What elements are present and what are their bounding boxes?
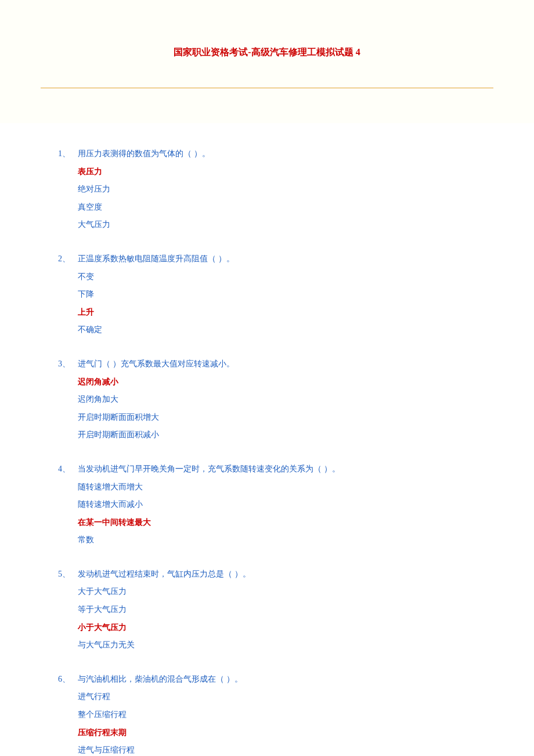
questions-container: 1、用压力表测得的数值为气体的（ ）。表压力绝对压力真空度大气压力2、正温度系数… bbox=[58, 146, 476, 756]
option: 开启时期断面面积增大 bbox=[78, 410, 476, 426]
question-block: 3、进气门（ ）充气系数最大值对应转速减小。迟闭角减小迟闭角加大开启时期断面面积… bbox=[58, 357, 476, 443]
options-list: 大于大气压力等于大气压力小于大气压力与大气压力无关 bbox=[58, 584, 476, 653]
question-block: 2、正温度系数热敏电阻随温度升高阻值（ ）。不变下降上升不确定 bbox=[58, 251, 476, 338]
option: 迟闭角加大 bbox=[78, 392, 476, 408]
question-text: 正温度系数热敏电阻随温度升高阻值（ ）。 bbox=[78, 251, 234, 267]
question-text: 进气门（ ）充气系数最大值对应转速减小。 bbox=[78, 357, 234, 372]
options-list: 表压力绝对压力真空度大气压力 bbox=[58, 164, 476, 233]
question-number: 6、 bbox=[58, 672, 78, 687]
options-list: 迟闭角减小迟闭角加大开启时期断面面积增大开启时期断面面积减小 bbox=[58, 375, 476, 443]
question-number: 4、 bbox=[58, 462, 78, 477]
option: 常数 bbox=[78, 532, 476, 548]
option-correct: 压缩行程末期 bbox=[78, 725, 476, 741]
option: 开启时期断面面积减小 bbox=[78, 427, 476, 443]
option-correct: 迟闭角减小 bbox=[78, 375, 476, 390]
option: 大于大气压力 bbox=[78, 584, 476, 600]
option: 进气行程 bbox=[78, 689, 476, 705]
option: 整个压缩行程 bbox=[78, 707, 476, 723]
options-list: 不变下降上升不确定 bbox=[58, 269, 476, 338]
question-number: 2、 bbox=[58, 251, 78, 267]
option: 大气压力 bbox=[78, 217, 476, 233]
option: 绝对压力 bbox=[78, 182, 476, 197]
option: 不确定 bbox=[78, 322, 476, 338]
option: 下降 bbox=[78, 287, 476, 303]
question-block: 5、发动机进气过程结束时，气缸内压力总是（ ）。大于大气压力等于大气压力小于大气… bbox=[58, 567, 476, 653]
question-text: 与汽油机相比，柴油机的混合气形成在（ ）。 bbox=[78, 672, 243, 687]
question-row: 6、与汽油机相比，柴油机的混合气形成在（ ）。 bbox=[58, 672, 476, 687]
option: 随转速增大而减小 bbox=[78, 497, 476, 513]
question-block: 6、与汽油机相比，柴油机的混合气形成在（ ）。进气行程整个压缩行程压缩行程末期进… bbox=[58, 672, 476, 756]
question-text: 用压力表测得的数值为气体的（ ）。 bbox=[78, 146, 210, 162]
option-correct: 在某一中间转速最大 bbox=[78, 515, 476, 531]
option: 与大气压力无关 bbox=[78, 638, 476, 653]
header-section: 国家职业资格考试-高级汽车修理工模拟试题 4 bbox=[0, 0, 534, 123]
option-correct: 小于大气压力 bbox=[78, 620, 476, 636]
option: 进气与压缩行程 bbox=[78, 743, 476, 756]
question-row: 3、进气门（ ）充气系数最大值对应转速减小。 bbox=[58, 357, 476, 372]
option-correct: 上升 bbox=[78, 305, 476, 321]
options-list: 随转速增大而增大随转速增大而减小在某一中间转速最大常数 bbox=[58, 480, 476, 548]
option: 等于大气压力 bbox=[78, 602, 476, 618]
question-number: 5、 bbox=[58, 567, 78, 582]
options-list: 进气行程整个压缩行程压缩行程末期进气与压缩行程 bbox=[58, 689, 476, 756]
content-area: 1、用压力表测得的数值为气体的（ ）。表压力绝对压力真空度大气压力2、正温度系数… bbox=[0, 123, 534, 756]
question-text: 发动机进气过程结束时，气缸内压力总是（ ）。 bbox=[78, 567, 251, 582]
question-block: 1、用压力表测得的数值为气体的（ ）。表压力绝对压力真空度大气压力 bbox=[58, 146, 476, 233]
question-block: 4、当发动机进气门早开晚关角一定时，充气系数随转速变化的关系为（ ）。随转速增大… bbox=[58, 462, 476, 548]
option: 真空度 bbox=[78, 200, 476, 215]
question-row: 2、正温度系数热敏电阻随温度升高阻值（ ）。 bbox=[58, 251, 476, 267]
question-text: 当发动机进气门早开晚关角一定时，充气系数随转速变化的关系为（ ）。 bbox=[78, 462, 340, 477]
option-correct: 表压力 bbox=[78, 164, 476, 180]
question-number: 1、 bbox=[58, 146, 78, 162]
option: 随转速增大而增大 bbox=[78, 480, 476, 495]
question-row: 5、发动机进气过程结束时，气缸内压力总是（ ）。 bbox=[58, 567, 476, 582]
question-row: 1、用压力表测得的数值为气体的（ ）。 bbox=[58, 146, 476, 162]
option: 不变 bbox=[78, 269, 476, 285]
page-title: 国家职业资格考试-高级汽车修理工模拟试题 4 bbox=[35, 46, 499, 59]
question-row: 4、当发动机进气门早开晚关角一定时，充气系数随转速变化的关系为（ ）。 bbox=[58, 462, 476, 477]
title-divider bbox=[41, 88, 493, 88]
question-number: 3、 bbox=[58, 357, 78, 372]
